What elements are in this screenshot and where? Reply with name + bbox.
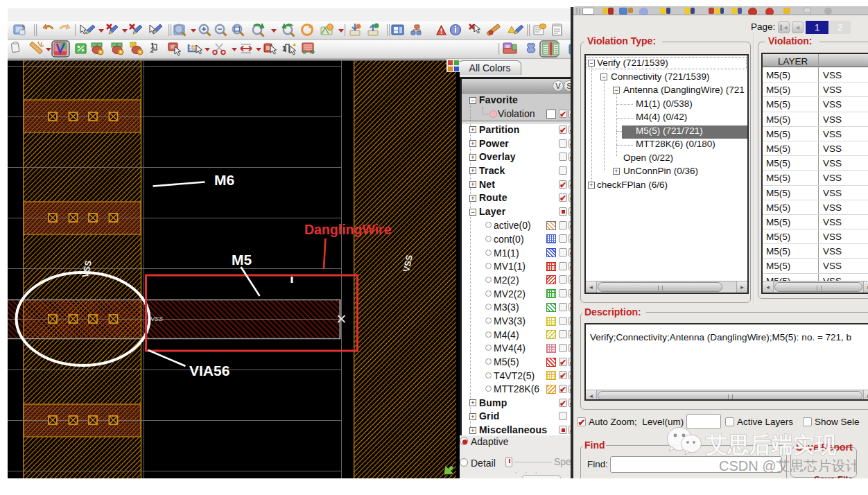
svg-text:艾思后端实现: 艾思后端实现 [705, 433, 837, 457]
svg-text:M6: M6 [214, 172, 234, 188]
svg-text:VSS: VSS [150, 315, 163, 322]
svg-text:VIA56: VIA56 [189, 363, 229, 379]
svg-text:DanglingWire: DanglingWire [304, 222, 392, 237]
svg-text:1: 1 [282, 45, 286, 53]
svg-text:M5: M5 [232, 252, 252, 268]
svg-text:1: 1 [150, 42, 155, 50]
svg-text:CSDN @艾思芯片设计: CSDN @艾思芯片设计 [719, 458, 857, 472]
